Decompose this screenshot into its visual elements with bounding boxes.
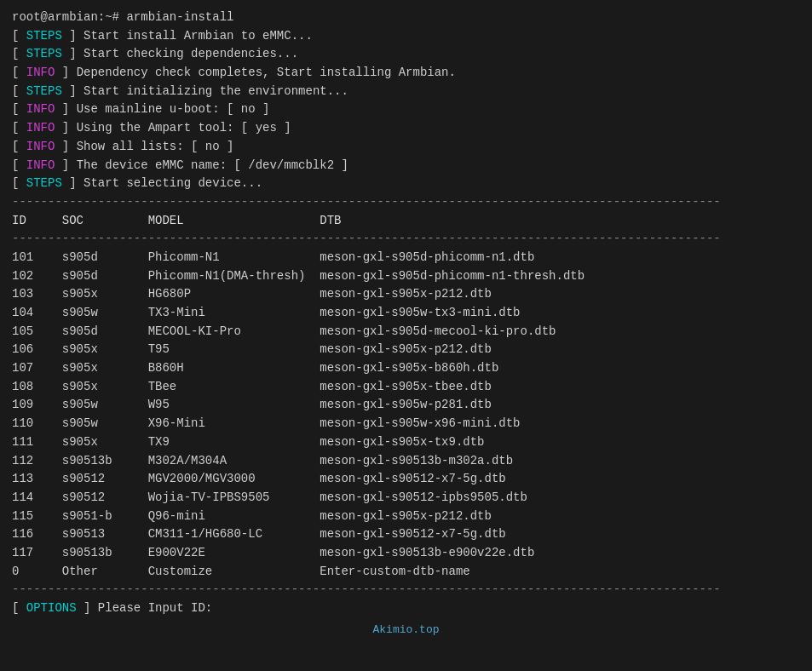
log-line-1: [ STEPS ] Start install Armbian to eMMC.…	[12, 27, 800, 46]
table-row: 110 s905w X96-Mini meson-gxl-s905w-x96-m…	[12, 415, 800, 433]
log-line-2: [ STEPS ] Start checking dependencies...	[12, 45, 800, 64]
table-row: 0 Other Customize Enter-custom-dtb-name	[12, 563, 800, 582]
log-line-5: [ INFO ] Use mainline u-boot: [ no ]	[12, 100, 800, 119]
steps-tag: STEPS	[26, 84, 62, 98]
table-row: 111 s905x TX9 meson-gxl-s905x-tx9.dtb	[12, 433, 800, 452]
table-header: ID SOC MODEL DTB	[12, 212, 800, 231]
options-line: [ OPTIONS ] Please Input ID:	[12, 599, 800, 618]
table-row: 109 s905w W95 meson-gxl-s905w-p281.dtb	[12, 396, 800, 415]
table-row: 103 s905x HG680P meson-gxl-s905x-p212.dt…	[12, 285, 800, 304]
steps-tag: STEPS	[26, 29, 62, 43]
steps-tag: STEPS	[26, 176, 62, 190]
table-row: 101 s905d Phicomm-N1 meson-gxl-s905d-phi…	[12, 249, 800, 267]
info-tag: INFO	[26, 140, 55, 153]
info-tag: INFO	[26, 121, 55, 135]
table-row: 102 s905d Phicomm-N1(DMA-thresh) meson-g…	[12, 267, 800, 286]
table-row: 116 s90513 CM311-1/HG680-LC meson-gxl-s9…	[12, 525, 800, 544]
table-row: 107 s905x B860H meson-gxl-s905x-b860h.dt…	[12, 359, 800, 378]
log-line-8: [ INFO ] The device eMMC name: [ /dev/mm…	[12, 157, 800, 175]
info-tag: INFO	[26, 66, 55, 79]
log-line-4: [ STEPS ] Start initializing the environ…	[12, 83, 800, 101]
cmd-line: root@armbian:~# armbian-install	[12, 9, 800, 27]
divider-top: ----------------------------------------…	[12, 193, 800, 212]
log-line-3: [ INFO ] Dependency check completes, Sta…	[12, 64, 800, 83]
divider-bottom: ----------------------------------------…	[12, 581, 800, 599]
log-line-6: [ INFO ] Using the Ampart tool: [ yes ]	[12, 119, 800, 138]
table-row: 117 s90513b E900V22E meson-gxl-s90513b-e…	[12, 544, 800, 563]
log-line-7: [ INFO ] Show all lists: [ no ]	[12, 138, 800, 157]
table-row: 115 s9051-b Q96-mini meson-gxl-s905x-p21…	[12, 508, 800, 526]
watermark: Akimio.top	[12, 622, 800, 639]
steps-tag: STEPS	[26, 47, 62, 60]
table-row: 113 s90512 MGV2000/MGV3000 meson-gxl-s90…	[12, 470, 800, 489]
log-line-9: [ STEPS ] Start selecting device...	[12, 175, 800, 193]
divider-header: ----------------------------------------…	[12, 230, 800, 249]
terminal-window: root@armbian:~# armbian-install [ STEPS …	[12, 9, 800, 639]
table-row: 105 s905d MECOOL-KI-Pro meson-gxl-s905d-…	[12, 323, 800, 341]
options-tag: OPTIONS	[26, 601, 77, 615]
info-tag: INFO	[26, 102, 55, 116]
table-row: 112 s90513b M302A/M304A meson-gxl-s90513…	[12, 452, 800, 471]
table-body: 101 s905d Phicomm-N1 meson-gxl-s905d-phi…	[12, 249, 800, 581]
table-row: 104 s905w TX3-Mini meson-gxl-s905w-tx3-m…	[12, 304, 800, 323]
table-row: 114 s90512 Wojia-TV-IPBS9505 meson-gxl-s…	[12, 489, 800, 508]
info-tag: INFO	[26, 158, 55, 172]
table-row: 108 s905x TBee meson-gxl-s905x-tbee.dtb	[12, 378, 800, 397]
table-row: 106 s905x T95 meson-gxl-s905x-p212.dtb	[12, 341, 800, 359]
